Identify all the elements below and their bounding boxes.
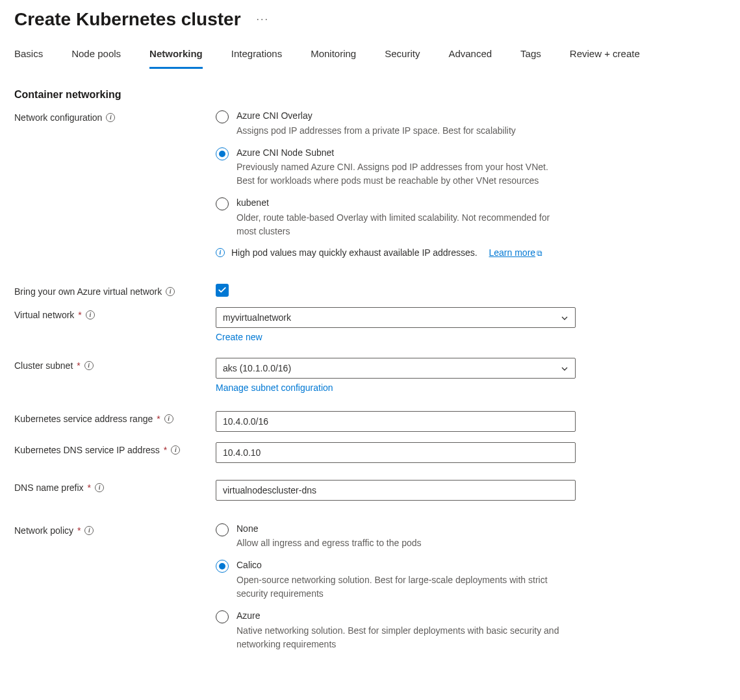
label-byovnet: Bring your own Azure virtual network xyxy=(14,286,162,297)
label-service-address-range: Kubernetes service address range xyxy=(14,414,153,424)
select-cluster-subnet[interactable]: aks (10.1.0.0/16) xyxy=(216,358,576,379)
select-value: myvirtualnetwork xyxy=(223,312,291,323)
tab-networking[interactable]: Networking xyxy=(149,42,203,69)
chevron-down-icon xyxy=(561,314,568,321)
callout-text: High pod values may quickly exhaust avai… xyxy=(231,247,478,258)
create-new-vnet-link[interactable]: Create new xyxy=(216,332,262,342)
tab-node-pools[interactable]: Node pools xyxy=(71,42,121,69)
page-title: Create Kubernetes cluster xyxy=(14,9,241,30)
tab-basics[interactable]: Basics xyxy=(14,42,43,69)
tab-security[interactable]: Security xyxy=(385,42,420,69)
radio-label: Azure xyxy=(236,610,568,623)
radio-label: Azure CNI Node Subnet xyxy=(236,147,568,160)
label-network-configuration: Network configuration xyxy=(14,112,102,123)
input-dns-name-prefix[interactable] xyxy=(216,480,576,501)
radio-description: Previously named Azure CNI. Assigns pod … xyxy=(236,160,568,188)
manage-subnet-link[interactable]: Manage subnet configuration xyxy=(216,382,333,393)
radio-description: Open-source networking solution. Best fo… xyxy=(236,573,568,601)
tab-review-create[interactable]: Review + create xyxy=(570,42,640,69)
info-icon[interactable]: i xyxy=(84,526,94,535)
chevron-down-icon xyxy=(561,364,568,372)
input-dns-service-ip[interactable] xyxy=(216,442,576,463)
radio-azure-cni-node-subnet[interactable] xyxy=(216,147,229,160)
info-icon[interactable]: i xyxy=(166,287,175,296)
external-link-icon: ⧉ xyxy=(537,249,542,258)
label-dns-service-ip: Kubernetes DNS service IP address xyxy=(14,445,160,455)
radio-azure-cni-overlay[interactable] xyxy=(216,110,229,123)
required-asterisk: * xyxy=(77,525,81,536)
select-virtual-network[interactable]: myvirtualnetwork xyxy=(216,307,576,328)
radio-description: Older, route table-based Overlay with li… xyxy=(236,211,568,238)
info-icon[interactable]: i xyxy=(86,310,95,319)
required-asterisk: * xyxy=(78,310,81,320)
wizard-tabs: Basics Node pools Networking Integration… xyxy=(14,42,726,69)
more-actions-button[interactable]: ··· xyxy=(257,14,269,25)
required-asterisk: * xyxy=(164,445,167,455)
info-icon[interactable]: i xyxy=(84,361,94,370)
info-icon[interactable]: i xyxy=(164,414,173,423)
radio-policy-none[interactable] xyxy=(216,523,229,536)
required-asterisk: * xyxy=(88,482,91,493)
radio-label: Azure CNI Overlay xyxy=(236,110,516,123)
radio-kubenet[interactable] xyxy=(216,197,229,210)
tab-monitoring[interactable]: Monitoring xyxy=(311,42,356,69)
section-heading-container-networking: Container networking xyxy=(14,89,726,101)
radio-description: Allow all ingress and egress traffic to … xyxy=(236,536,422,550)
tab-advanced[interactable]: Advanced xyxy=(448,42,492,69)
input-service-address-range[interactable] xyxy=(216,411,576,432)
radio-label: None xyxy=(236,523,422,536)
checkbox-byovnet[interactable] xyxy=(216,284,229,297)
info-icon[interactable]: i xyxy=(171,445,180,455)
radio-policy-azure[interactable] xyxy=(216,610,229,623)
tab-integrations[interactable]: Integrations xyxy=(231,42,282,69)
radio-description: Assigns pod IP addresses from a private … xyxy=(236,124,516,138)
radio-policy-calico[interactable] xyxy=(216,560,229,573)
label-virtual-network: Virtual network xyxy=(14,310,74,320)
info-icon: i xyxy=(216,248,225,257)
tab-tags[interactable]: Tags xyxy=(520,42,541,69)
required-asterisk: * xyxy=(77,360,80,371)
select-value: aks (10.1.0.0/16) xyxy=(223,363,291,373)
label-network-policy: Network policy xyxy=(14,525,73,536)
learn-more-link[interactable]: Learn more xyxy=(489,247,536,258)
checkmark-icon xyxy=(218,286,227,295)
radio-label: kubenet xyxy=(236,197,568,210)
info-icon[interactable]: i xyxy=(106,113,115,122)
radio-label: Calico xyxy=(236,559,568,572)
label-dns-name-prefix: DNS name prefix xyxy=(14,482,84,493)
info-icon[interactable]: i xyxy=(95,483,104,492)
label-cluster-subnet: Cluster subnet xyxy=(14,360,73,371)
radio-description: Native networking solution. Best for sim… xyxy=(236,624,568,651)
required-asterisk: * xyxy=(157,414,160,424)
